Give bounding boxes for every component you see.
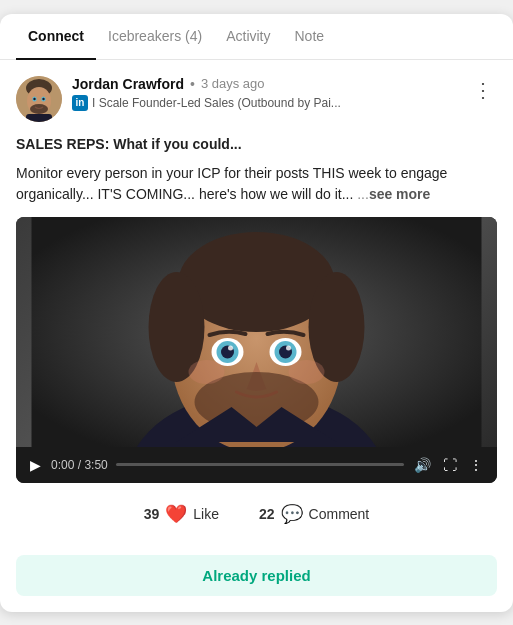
card: Connect Icebreakers (4) Activity Note [0,14,513,612]
dot-separator: • [190,76,195,92]
tab-connect[interactable]: Connect [16,14,96,60]
likes-count: 39 [144,506,160,522]
reactions-row: 39 ❤️ Like 22 💬 Comment [16,497,497,539]
tab-icebreakers[interactable]: Icebreakers (4) [96,14,214,60]
time-ago: 3 days ago [201,76,265,91]
svg-rect-8 [26,114,52,122]
avatar [16,76,62,122]
volume-button[interactable]: 🔊 [412,455,433,475]
comment-label: Comment [309,506,370,522]
svg-point-6 [42,97,44,99]
like-reaction[interactable]: 39 ❤️ Like [144,503,219,525]
post-text: SALES REPS: What if you could... Monitor… [16,134,497,205]
time-display: 0:00 / 3:50 [51,458,108,472]
more-options-button[interactable]: ⋮ [469,76,497,104]
fullscreen-button[interactable]: ⛶ [441,455,459,475]
author-name-row: Jordan Crawford • 3 days ago [72,76,341,92]
post-body: Jordan Crawford • 3 days ago in I Scale … [0,60,513,555]
tab-activity[interactable]: Activity [214,14,282,60]
post-header-left: Jordan Crawford • 3 days ago in I Scale … [16,76,341,122]
video-more-button[interactable]: ⋮ [467,455,485,475]
svg-point-25 [189,360,225,384]
comment-bubble-icon: 💬 [281,503,303,525]
tab-note[interactable]: Note [283,14,337,60]
svg-point-19 [228,345,233,350]
linkedin-badge: in I Scale Founder-Led Sales (Outbound b… [72,95,341,111]
post-headline: SALES REPS: What if you could... [16,134,497,155]
see-more-prefix: ... [353,186,369,202]
already-replied-button[interactable]: Already replied [16,555,497,596]
author-subtitle: I Scale Founder-Led Sales (Outbound by P… [92,96,341,110]
post-header: Jordan Crawford • 3 days ago in I Scale … [16,76,497,122]
controls-right: 🔊 ⛶ ⋮ [412,455,485,475]
comments-count: 22 [259,506,275,522]
comment-reaction[interactable]: 22 💬 Comment [259,503,369,525]
tabs-bar: Connect Icebreakers (4) Activity Note [0,14,513,60]
author-name: Jordan Crawford [72,76,184,92]
see-more-link[interactable]: see more [369,186,430,202]
author-info: Jordan Crawford • 3 days ago in I Scale … [72,76,341,111]
svg-point-26 [289,360,325,384]
play-button[interactable]: ▶ [28,455,43,475]
linkedin-icon: in [72,95,88,111]
svg-point-5 [33,97,35,99]
video-player[interactable]: ▶ 0:00 / 3:50 🔊 ⛶ ⋮ [16,217,497,483]
heart-icon: ❤️ [165,503,187,525]
like-label: Like [193,506,219,522]
video-thumbnail [16,217,497,447]
video-controls: ▶ 0:00 / 3:50 🔊 ⛶ ⋮ [16,447,497,483]
progress-bar[interactable] [116,463,404,466]
svg-point-23 [286,345,291,350]
